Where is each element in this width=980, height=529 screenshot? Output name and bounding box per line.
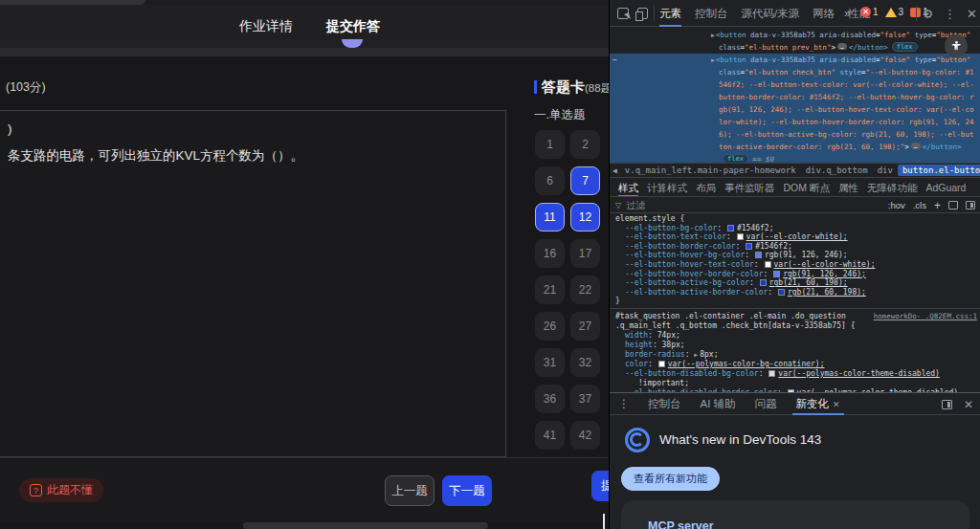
tab-close-icon[interactable]: ✕	[833, 400, 840, 409]
style-property[interactable]: --el-button-active-bg-color: rgb(21, 60,…	[610, 278, 980, 288]
color-swatch[interactable]	[760, 279, 767, 286]
style-property[interactable]: border-radius: ▶8px;	[610, 350, 980, 360]
color-swatch[interactable]	[746, 243, 752, 250]
question-number-button[interactable]: 27	[570, 312, 600, 341]
code-line[interactable]: ton-active-border-color: rgb(21, 60, 198…	[610, 141, 980, 153]
toggle-class[interactable]: .cls	[913, 200, 926, 210]
question-number-button[interactable]: 32	[570, 348, 600, 377]
devtools-tab[interactable]: 控制台	[695, 0, 728, 27]
code-line[interactable]: button-border-color: #1546f2; --el-butto…	[610, 91, 980, 103]
devtools-close-icon[interactable]: ✕	[967, 7, 977, 21]
expand-inline-icon[interactable]: …	[911, 143, 921, 149]
color-swatch[interactable]	[773, 271, 780, 277]
style-property[interactable]: color: var(--polymas-color-bg-conatiner)…	[610, 360, 980, 369]
question-number-button[interactable]: 7	[570, 166, 600, 195]
question-number-button[interactable]: 31	[535, 348, 565, 377]
style-property[interactable]: --el-button-active-border-color: rgb(21,…	[610, 288, 980, 298]
toggle-hover-state[interactable]: :hov	[888, 200, 905, 210]
computed-styles-icon[interactable]	[948, 201, 958, 209]
expand-inline-icon[interactable]: …	[837, 43, 847, 50]
devtools-menu-icon[interactable]: ⋮	[944, 7, 956, 21]
style-property[interactable]: height: 38px;	[610, 341, 980, 350]
node-more-actions-icon[interactable]: ⋯	[612, 54, 618, 66]
mcp-server-link[interactable]: MCP server	[648, 519, 714, 529]
code-line[interactable]: flex == $0	[610, 153, 980, 163]
flex-badge[interactable]: flex	[892, 42, 918, 52]
question-number-button[interactable]: 17	[570, 239, 600, 268]
style-property[interactable]: --el-button-border-color: #1546f2;	[610, 242, 980, 252]
question-number-button[interactable]: 6	[535, 166, 565, 195]
more-tabs-icon[interactable]: »	[844, 7, 851, 20]
device-toolbar-icon[interactable]	[637, 8, 648, 19]
question-number-button[interactable]: 21	[535, 276, 565, 304]
breadcrumb-item[interactable]: div	[873, 165, 898, 176]
breadcrumb-item[interactable]: v.q_main_left.main-paper-homework	[620, 165, 801, 176]
code-line[interactable]: class="el-button prev_btn">…</button>fle…	[610, 41, 980, 54]
devtools-tab[interactable]: 网络	[813, 0, 835, 27]
code-line[interactable]: gb(91, 126, 246); --el-button-hover-text…	[610, 103, 980, 116]
styles-tab[interactable]: AdGuard	[925, 179, 966, 197]
code-line[interactable]: ⋯▶<button data-v-3358ab75 aria-disabled=…	[610, 54, 980, 66]
tab-homework-details[interactable]: 作业详情	[239, 18, 293, 35]
tab-submit-answer[interactable]: 提交作答	[326, 18, 380, 35]
styles-tab[interactable]: 无障碍功能	[867, 179, 918, 197]
breadcrumb-item[interactable]: button.el-button.check_btn	[898, 165, 980, 176]
drawer-close-icon[interactable]: ✕	[964, 398, 973, 411]
devtools-tab[interactable]: 源代码/来源	[742, 0, 800, 27]
color-swatch[interactable]	[765, 261, 771, 268]
style-property[interactable]: --el-button-hover-text-color: var(--el-c…	[610, 260, 980, 270]
dont-understand-button[interactable]: ? 此题不懂	[19, 478, 103, 502]
code-line[interactable]: 546f2; --el-button-text-color: var(--el-…	[610, 78, 980, 91]
flex-badge[interactable]: flex	[723, 154, 748, 163]
horizontal-scrollbar-thumb[interactable]	[243, 522, 488, 529]
question-number-button[interactable]: 2	[570, 130, 600, 159]
styles-tab[interactable]: 样式	[618, 179, 638, 197]
style-property[interactable]: --el-button-hover-border-color: rgb(91, …	[610, 270, 980, 279]
question-number-button[interactable]: 16	[535, 239, 565, 268]
question-number-button[interactable]: 12	[570, 203, 600, 231]
styles-tab[interactable]: DOM 断点	[784, 179, 830, 197]
warning-badge[interactable]: 3	[885, 7, 904, 17]
expand-arrow-icon[interactable]: ▶	[694, 351, 698, 359]
submit-button[interactable]: 提交	[591, 471, 609, 501]
styles-tab[interactable]: 属性	[838, 179, 858, 197]
color-swatch[interactable]	[658, 361, 665, 367]
style-property[interactable]: --el-button-disabled-bg-color: var(--pol…	[610, 369, 980, 379]
color-swatch[interactable]	[768, 370, 775, 377]
breadcrumb-item[interactable]: div.q_bottom	[801, 165, 873, 176]
drawer-tab[interactable]: AI 辅助	[691, 393, 746, 415]
code-line[interactable]: lor-white); --el-button-hover-border-col…	[610, 116, 980, 128]
settings-gear-icon[interactable]: ⚙	[922, 7, 933, 21]
see-all-features-button[interactable]: 查看所有新功能	[621, 467, 720, 491]
style-property[interactable]: --el-button-text-color: var(--el-color-w…	[610, 232, 980, 242]
style-property[interactable]: width: 74px;	[610, 331, 980, 341]
styles-tab[interactable]: 事件监听器	[724, 179, 775, 197]
drawer-tab[interactable]: 问题	[746, 393, 787, 415]
question-number-button[interactable]: 22	[570, 276, 600, 304]
breadcrumb-left-arrow-icon[interactable]: ◀	[610, 166, 620, 175]
devtools-tab[interactable]: 元素	[659, 0, 681, 27]
question-number-button[interactable]: 42	[570, 421, 600, 450]
question-number-button[interactable]: 11	[535, 203, 565, 231]
question-number-button[interactable]: 41	[535, 421, 565, 450]
next-question-button[interactable]: 下一题	[442, 475, 492, 506]
color-swatch[interactable]	[778, 289, 785, 296]
drawer-tab[interactable]: 控制台	[638, 393, 691, 415]
style-property[interactable]: --el-button-hover-bg-color: rgb(91, 126,…	[610, 251, 980, 260]
styles-tab[interactable]: 计算样式	[647, 179, 687, 197]
filter-input[interactable]: 过滤	[626, 199, 888, 212]
error-badge[interactable]: ✕1	[860, 7, 879, 17]
sidebar-layout-icon[interactable]	[966, 201, 975, 209]
breadcrumb-right-arrow-icon[interactable]: ▸	[975, 165, 980, 174]
style-property[interactable]: --el-button-bg-color: #1546f2;	[610, 224, 980, 233]
dock-side-icon[interactable]	[942, 400, 952, 409]
color-swatch[interactable]	[727, 225, 734, 231]
code-line[interactable]: class="el-button check_btn" style="--el-…	[610, 66, 980, 78]
drawer-tab[interactable]: 新变化✕	[787, 393, 850, 415]
question-number-button[interactable]: 37	[570, 385, 600, 413]
code-line[interactable]: 6); --el-button-active-bg-color: rgb(21,…	[610, 128, 980, 141]
new-style-rule-button[interactable]: +	[934, 199, 941, 212]
stylesheet-source-link[interactable]: homeworkDo-_.Q82EM.css:1	[874, 312, 977, 321]
color-swatch[interactable]	[737, 233, 744, 240]
inspect-element-icon[interactable]	[617, 8, 629, 19]
